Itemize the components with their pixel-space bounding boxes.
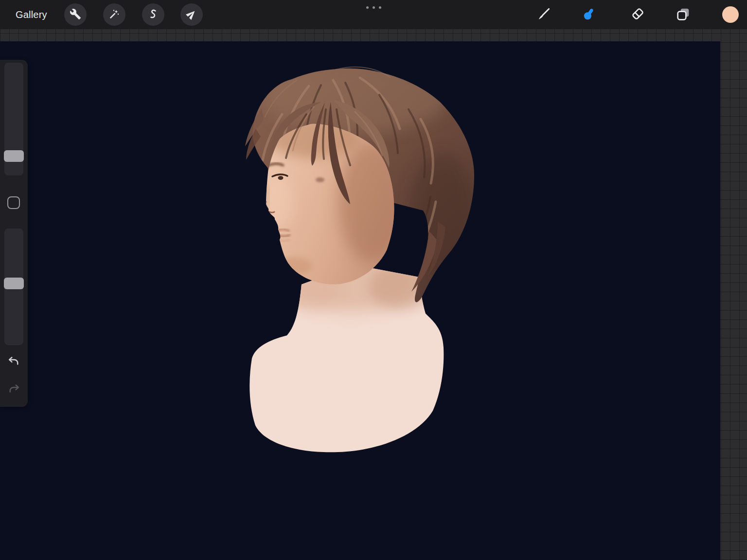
opacity-handle[interactable] — [4, 278, 24, 289]
actions-button[interactable] — [64, 3, 87, 26]
color-swatch-button[interactable] — [722, 6, 739, 23]
brush-icon — [536, 6, 551, 23]
drawing-canvas[interactable] — [0, 41, 720, 560]
smudge-tool-button[interactable] — [580, 6, 598, 23]
opacity-slider[interactable] — [4, 228, 23, 345]
undo-icon — [7, 362, 21, 369]
portrait-artwork — [209, 56, 501, 493]
transform-button[interactable] — [180, 3, 203, 26]
selection-button[interactable] — [142, 3, 164, 26]
redo-button[interactable] — [7, 382, 21, 396]
modify-button[interactable] — [7, 196, 20, 209]
paint-tool-button[interactable] — [535, 6, 552, 23]
layers-icon — [676, 6, 691, 23]
top-toolbar: Gallery — [0, 0, 747, 29]
brush-size-slider[interactable] — [4, 63, 23, 175]
eraser-icon — [630, 6, 645, 23]
wrench-icon — [70, 8, 81, 21]
adjustments-button[interactable] — [103, 3, 125, 26]
erase-tool-button[interactable] — [629, 6, 646, 23]
selection-s-icon — [147, 8, 159, 21]
layers-button[interactable] — [675, 6, 692, 23]
artwork-bust — [249, 255, 444, 452]
redo-icon — [7, 390, 21, 397]
transform-arrow-icon — [186, 8, 197, 21]
smudge-finger-icon — [581, 6, 597, 23]
undo-button[interactable] — [7, 354, 21, 368]
multitask-dots[interactable] — [360, 5, 387, 10]
sidebar-controls — [0, 60, 28, 407]
brush-size-handle[interactable] — [4, 150, 24, 162]
gallery-button[interactable]: Gallery — [13, 0, 50, 29]
magic-wand-icon — [108, 8, 120, 21]
